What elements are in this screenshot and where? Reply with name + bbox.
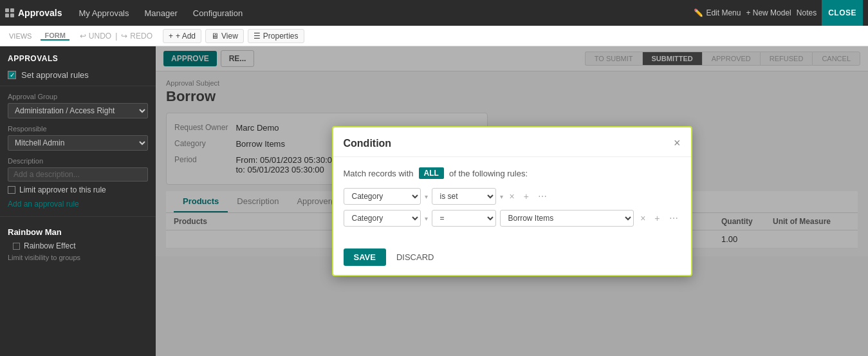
modal-body: Match records with ALL of the following … bbox=[333, 157, 691, 242]
cond-delete-btn-1[interactable]: × bbox=[507, 190, 517, 203]
all-badge[interactable]: ALL bbox=[419, 167, 444, 179]
match-prefix: Match records with bbox=[344, 169, 414, 178]
condition-row-1: Category ▾ is set ▾ × + ⋯ bbox=[344, 188, 681, 205]
properties-icon: ☰ bbox=[254, 32, 261, 41]
approval-group-select[interactable]: Administration / Access Right bbox=[8, 103, 148, 118]
rainbow-effect-checkbox[interactable] bbox=[13, 243, 20, 250]
nav-configuration[interactable]: Configuration bbox=[187, 6, 249, 21]
cond-more-btn-1[interactable]: ⋯ bbox=[535, 190, 549, 203]
new-model-button[interactable]: + New Model bbox=[746, 8, 791, 17]
modal-close-button[interactable]: × bbox=[674, 136, 681, 150]
view-button[interactable]: 🖥 View bbox=[205, 29, 244, 43]
secondary-toolbar: VIEWS FORM ↩ UNDO | ↪ REDO + + Add 🖥 Vie… bbox=[0, 26, 868, 46]
navbar-right: ✏️ Edit Menu + New Model Notes CLOSE bbox=[694, 0, 863, 26]
close-button[interactable]: CLOSE bbox=[822, 0, 863, 26]
cond-val-select-2[interactable]: Borrow Items bbox=[500, 210, 634, 227]
redo-icon: ↪ bbox=[121, 32, 127, 41]
description-label: Description bbox=[0, 156, 156, 166]
modal-title: Condition bbox=[344, 138, 392, 149]
view-icon: 🖥 bbox=[211, 32, 219, 41]
form-label[interactable]: FORM bbox=[41, 32, 69, 41]
cond-add-btn-2[interactable]: + bbox=[652, 212, 662, 225]
match-suffix: of the following rules: bbox=[449, 169, 528, 178]
sidebar-description-group: Description Add a description... bbox=[0, 156, 156, 182]
approval-group-label: Approval Group bbox=[0, 91, 156, 102]
app-name: Approvals bbox=[18, 8, 62, 18]
condition-row-2: Category ▾ = Borrow Items × + ⋯ bbox=[344, 210, 681, 227]
main-content: APPROVE RE... TO SUBMIT SUBMITTED APPROV… bbox=[156, 46, 868, 356]
undo-redo-controls: ↩ UNDO | ↪ REDO bbox=[80, 32, 152, 41]
cond-add-btn-1[interactable]: + bbox=[521, 190, 531, 203]
redo-label[interactable]: REDO bbox=[130, 32, 152, 41]
undo-label[interactable]: UNDO bbox=[89, 32, 111, 41]
sidebar-section-approvals: Approvals bbox=[0, 46, 156, 67]
undo-icon: ↩ bbox=[80, 32, 86, 41]
modal-header: Condition × bbox=[333, 127, 691, 157]
main-layout: Approvals ✓ Set approval rules Approval … bbox=[0, 46, 868, 356]
limit-approver-checkbox[interactable] bbox=[8, 186, 15, 194]
sidebar-responsible-group: Responsible Mitchell Admin bbox=[0, 124, 156, 152]
add-button[interactable]: + + Add bbox=[163, 29, 201, 43]
checkbox-checked-icon: ✓ bbox=[8, 71, 16, 79]
modal-discard-button[interactable]: DISCARD bbox=[391, 248, 439, 266]
cond-op-select-2[interactable]: = bbox=[432, 210, 496, 227]
sidebar-rainbow-man-title: Rainbow Man bbox=[0, 222, 156, 239]
plus-icon: + bbox=[169, 32, 173, 41]
field-arrow-icon-1: ▾ bbox=[425, 193, 428, 200]
navbar: Approvals My Approvals Manager Configura… bbox=[0, 0, 868, 26]
modal-overlay: Condition × Match records with ALL of th… bbox=[156, 46, 868, 356]
cond-op-select-1[interactable]: is set bbox=[432, 188, 496, 205]
limit-approver-label: Limit approver to this rule bbox=[19, 185, 106, 194]
add-approval-rule-link[interactable]: Add an approval rule bbox=[0, 197, 156, 211]
sidebar-subitem-rainbow-effect[interactable]: Rainbow Effect bbox=[0, 239, 156, 252]
cond-delete-btn-2[interactable]: × bbox=[638, 212, 648, 225]
views-label: VIEWS bbox=[5, 32, 35, 40]
grid-icon bbox=[5, 8, 14, 17]
modal-save-button[interactable]: SAVE bbox=[344, 248, 386, 266]
sidebar-approval-group: Approval Group Administration / Access R… bbox=[0, 86, 156, 120]
sidebar: Approvals ✓ Set approval rules Approval … bbox=[0, 46, 156, 356]
rainbow-effect-label: Rainbow Effect bbox=[24, 241, 76, 250]
modal-footer: SAVE DISCARD bbox=[333, 242, 691, 275]
op-arrow-icon-1: ▾ bbox=[500, 193, 503, 200]
responsible-select[interactable]: Mitchell Admin bbox=[8, 135, 148, 151]
sidebar-limit-approver-row: Limit approver to this rule bbox=[0, 183, 156, 197]
field-arrow-icon-2: ▾ bbox=[425, 215, 428, 222]
nav-my-approvals[interactable]: My Approvals bbox=[72, 6, 135, 21]
condition-modal: Condition × Match records with ALL of th… bbox=[332, 126, 692, 276]
sidebar-rainbow-section: Rainbow Man Rainbow Effect Limit visibil… bbox=[0, 216, 156, 263]
description-input[interactable]: Add a description... bbox=[8, 167, 148, 182]
notes-button[interactable]: Notes bbox=[797, 8, 817, 17]
cond-field-select-1[interactable]: Category bbox=[344, 188, 421, 205]
modal-match-row: Match records with ALL of the following … bbox=[344, 167, 681, 179]
properties-button[interactable]: ☰ Properties bbox=[248, 29, 304, 43]
edit-menu-button[interactable]: ✏️ Edit Menu bbox=[694, 8, 741, 17]
responsible-label: Responsible bbox=[0, 124, 156, 134]
nav-manager[interactable]: Manager bbox=[138, 6, 184, 21]
nav-links: My Approvals Manager Configuration bbox=[72, 6, 249, 21]
sidebar-item-set-approval[interactable]: ✓ Set approval rules bbox=[0, 67, 156, 83]
limit-visibility-label: Limit visibility to groups bbox=[0, 252, 156, 263]
cond-more-btn-2[interactable]: ⋯ bbox=[667, 212, 681, 225]
cond-field-select-2[interactable]: Category bbox=[344, 210, 421, 227]
app-brand: Approvals bbox=[5, 8, 62, 18]
